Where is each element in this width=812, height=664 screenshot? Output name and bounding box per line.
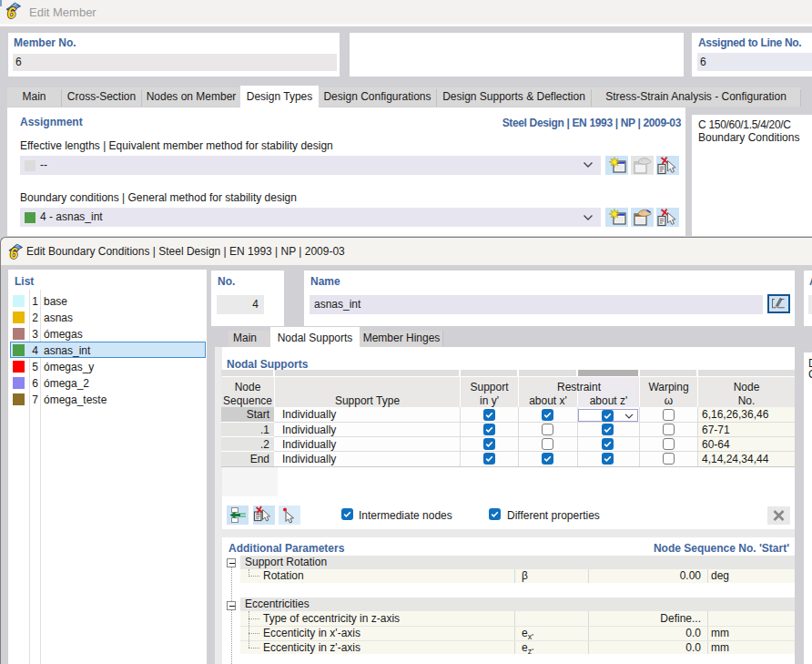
svg-text:6: 6	[7, 5, 16, 19]
svg-text:6: 6	[10, 246, 18, 260]
